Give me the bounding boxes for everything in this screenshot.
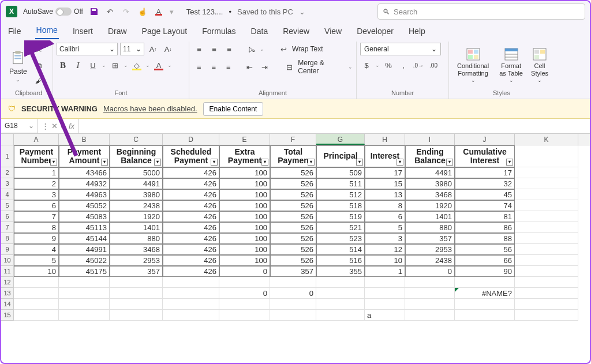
cell[interactable]: 81	[455, 211, 515, 222]
cell[interactable]	[515, 266, 578, 277]
cell[interactable]: 66	[455, 255, 515, 266]
percent-icon[interactable]: %	[382, 59, 395, 72]
spreadsheet-grid[interactable]: ABCDEFGHIJK 1PaymentNumber▾PaymentAmount…	[1, 134, 590, 321]
cell[interactable]	[316, 310, 365, 321]
row-header[interactable]: 13	[1, 288, 14, 299]
increase-font-icon[interactable]: A↑	[147, 43, 159, 55]
font-color-qat-icon[interactable]: A	[154, 6, 164, 17]
increase-indent-icon[interactable]: ⇥	[259, 61, 271, 73]
cell[interactable]	[59, 288, 110, 299]
align-bottom-icon[interactable]: ≡	[223, 43, 235, 55]
cell[interactable]: 3	[14, 189, 59, 200]
cell[interactable]: 45	[455, 189, 515, 200]
cell[interactable]: 44963	[59, 189, 110, 200]
undo-icon[interactable]: ↶	[105, 6, 115, 17]
cell[interactable]	[405, 299, 455, 310]
cell[interactable]: 45052	[59, 200, 110, 211]
cell[interactable]	[316, 277, 365, 288]
cell[interactable]: 526	[270, 233, 316, 244]
row-header[interactable]: 10	[1, 255, 14, 266]
cell[interactable]: 526	[270, 167, 316, 178]
cell[interactable]: 355	[316, 266, 365, 277]
table-header[interactable]: PaymentNumber▾	[14, 145, 59, 167]
cell[interactable]: 2953	[405, 244, 455, 255]
tab-draw[interactable]: Draw	[107, 24, 128, 39]
cell[interactable]	[515, 244, 578, 255]
cell[interactable]	[59, 310, 110, 321]
cell[interactable]	[405, 310, 455, 321]
row-header[interactable]: 4	[1, 189, 14, 200]
column-header-A[interactable]: A	[14, 134, 59, 145]
cell[interactable]: 3	[365, 233, 405, 244]
cell[interactable]	[110, 277, 163, 288]
cell[interactable]: 32	[455, 178, 515, 189]
cell[interactable]: 3980	[405, 178, 455, 189]
cell[interactable]: 426	[163, 178, 219, 189]
cell[interactable]	[219, 277, 270, 288]
cell[interactable]: 880	[110, 233, 163, 244]
cell[interactable]: 13	[365, 189, 405, 200]
save-icon[interactable]	[89, 6, 99, 17]
cell[interactable]: 880	[405, 222, 455, 233]
align-right-icon[interactable]: ≡	[222, 61, 234, 73]
cell[interactable]	[14, 288, 59, 299]
wrap-text-icon[interactable]: ↩	[277, 43, 290, 55]
cell[interactable]: 3980	[110, 189, 163, 200]
table-header[interactable]: Principal▾	[316, 145, 365, 167]
font-color-icon[interactable]: A	[152, 59, 165, 72]
cell[interactable]: 426	[163, 200, 219, 211]
tab-view[interactable]: View	[323, 24, 343, 39]
security-message[interactable]: Macros have been disabled.	[103, 104, 197, 113]
cell[interactable]: 526	[270, 222, 316, 233]
cell[interactable]: 86	[455, 222, 515, 233]
cell[interactable]: 4491	[405, 167, 455, 178]
cut-icon[interactable]: ✂	[33, 44, 46, 57]
tab-file[interactable]: File	[7, 24, 23, 39]
cell[interactable]	[14, 310, 59, 321]
cell[interactable]: 5000	[110, 167, 163, 178]
cell[interactable]: 4	[14, 244, 59, 255]
cell[interactable]	[14, 277, 59, 288]
cell[interactable]: 518	[316, 200, 365, 211]
conditional-formatting-button[interactable]: Conditional Formatting⌄	[452, 46, 493, 85]
cell[interactable]: 10	[14, 266, 59, 277]
cell[interactable]: 511	[316, 178, 365, 189]
cell[interactable]	[110, 288, 163, 299]
cell[interactable]: 10	[365, 255, 405, 266]
row-header[interactable]: 8	[1, 233, 14, 244]
wrap-text-label[interactable]: Wrap Text	[292, 45, 323, 53]
cell[interactable]: 4491	[110, 178, 163, 189]
cell[interactable]: 56	[455, 244, 515, 255]
cell[interactable]	[163, 288, 219, 299]
cell[interactable]: 526	[270, 189, 316, 200]
cell[interactable]: 0	[219, 266, 270, 277]
cell[interactable]: 45175	[59, 266, 110, 277]
row-header[interactable]: 2	[1, 167, 14, 178]
cell[interactable]: 1920	[110, 211, 163, 222]
increase-decimal-icon[interactable]: .0→	[412, 59, 425, 72]
tab-help[interactable]: Help	[407, 24, 427, 39]
tab-insert[interactable]: Insert	[72, 24, 94, 39]
table-header[interactable]: EndingBalance▾	[405, 145, 455, 167]
cell[interactable]: 100	[219, 244, 270, 255]
cell[interactable]: 100	[219, 189, 270, 200]
cell[interactable]: 526	[270, 200, 316, 211]
cell[interactable]: 357	[405, 233, 455, 244]
row-header[interactable]: 14	[1, 299, 14, 310]
cell[interactable]	[515, 211, 578, 222]
cell[interactable]	[515, 310, 578, 321]
cell[interactable]: 17	[455, 167, 515, 178]
cell[interactable]: 426	[163, 244, 219, 255]
cell[interactable]: 100	[219, 167, 270, 178]
cell[interactable]: 15	[365, 178, 405, 189]
cell[interactable]	[365, 288, 405, 299]
filename-label[interactable]: Test 123....	[186, 7, 223, 16]
cell[interactable]: 1401	[405, 211, 455, 222]
cell[interactable]: 426	[163, 211, 219, 222]
borders-icon[interactable]: ⊞	[109, 59, 121, 72]
cell[interactable]	[515, 167, 578, 178]
bold-button[interactable]: B	[57, 59, 69, 72]
cell[interactable]	[316, 299, 365, 310]
cell[interactable]: 100	[219, 178, 270, 189]
cell[interactable]	[59, 277, 110, 288]
